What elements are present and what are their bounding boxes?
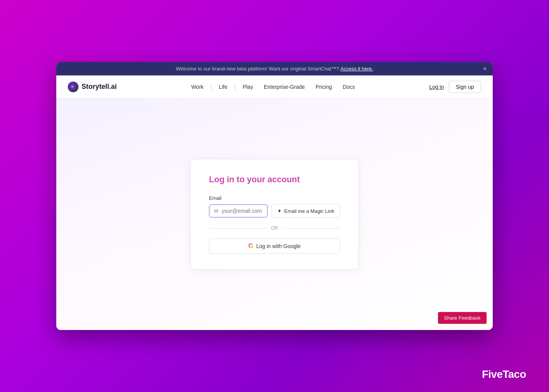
magic-link-button[interactable]: ✦ Email me a Magic Link bbox=[271, 204, 340, 218]
or-text: OR bbox=[271, 225, 278, 231]
browser-window: Welcome to our brand-new beta platform! … bbox=[56, 62, 493, 330]
google-login-button[interactable]: G Log in with Google bbox=[209, 238, 340, 254]
banner-close-button[interactable]: × bbox=[483, 65, 487, 72]
nav-separator-2: | bbox=[234, 84, 237, 90]
navbar: Storytell.ai Work | Life | Play Enterpri… bbox=[56, 75, 493, 98]
logo-icon bbox=[68, 82, 78, 92]
svg-point-1 bbox=[71, 85, 74, 88]
share-feedback-button[interactable]: Share Feedback bbox=[438, 312, 487, 324]
email-label: Email bbox=[209, 195, 340, 201]
google-label: Log in with Google bbox=[256, 243, 301, 249]
nav-item-play[interactable]: Play bbox=[238, 82, 258, 92]
login-card: Log in to your account Email ✉ ✦ Email m… bbox=[190, 159, 359, 270]
email-icon: ✉ bbox=[214, 208, 219, 214]
or-divider: OR bbox=[209, 225, 340, 231]
banner-link[interactable]: Access it here. bbox=[340, 66, 373, 72]
google-icon: G bbox=[248, 243, 253, 250]
email-row: ✉ ✦ Email me a Magic Link bbox=[209, 204, 340, 218]
card-title: Log in to your account bbox=[209, 175, 340, 185]
email-input-wrapper: ✉ bbox=[209, 204, 268, 217]
nav-item-docs[interactable]: Docs bbox=[338, 82, 359, 92]
magic-icon: ✦ bbox=[277, 208, 282, 214]
nav-item-work[interactable]: Work bbox=[186, 82, 208, 92]
magic-link-label: Email me a Magic Link bbox=[284, 208, 334, 214]
email-input[interactable] bbox=[222, 208, 263, 214]
nav-item-life[interactable]: Life bbox=[214, 82, 232, 92]
fivetaco-watermark: FiveTaco bbox=[482, 368, 526, 381]
nav-item-pricing[interactable]: Pricing bbox=[311, 82, 337, 92]
announcement-banner: Welcome to our brand-new beta platform! … bbox=[56, 62, 493, 75]
main-content: Log in to your account Email ✉ ✦ Email m… bbox=[56, 98, 493, 330]
nav-separator-1: | bbox=[210, 84, 213, 90]
banner-text: Welcome to our brand-new beta platform! … bbox=[176, 66, 339, 72]
logo: Storytell.ai bbox=[68, 82, 117, 92]
logo-text: Storytell.ai bbox=[82, 83, 117, 91]
nav-item-enterprise[interactable]: Enterprise-Grade bbox=[259, 82, 309, 92]
login-link[interactable]: Log in bbox=[429, 84, 444, 90]
nav-links: Work | Life | Play Enterprise-Grade Pric… bbox=[186, 82, 359, 92]
nav-actions: Log in Sign up bbox=[429, 81, 481, 93]
signup-button[interactable]: Sign up bbox=[449, 81, 481, 93]
